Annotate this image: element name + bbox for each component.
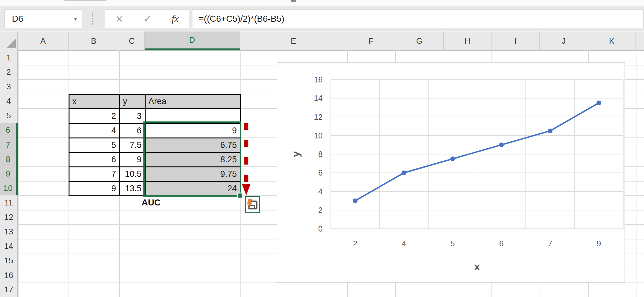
chart-plot: 0246810121416245679xy (277, 63, 625, 282)
column-header-C[interactable]: C (119, 31, 145, 50)
row-header-13[interactable]: 13 (0, 224, 18, 239)
grid-line (18, 283, 644, 283)
svg-text:6: 6 (499, 239, 504, 248)
cell-B6[interactable]: 4 (69, 123, 120, 138)
grid-line (18, 50, 19, 297)
row-header-1[interactable]: 1 (0, 50, 18, 65)
row-header-10[interactable]: 10 (0, 181, 18, 196)
column-header-B[interactable]: B (69, 31, 119, 50)
column-header-J[interactable]: J (540, 31, 588, 50)
cell-B4[interactable]: x (69, 94, 120, 109)
cell-D6[interactable]: 9 (145, 123, 241, 138)
column-header-I[interactable]: I (491, 31, 540, 50)
formula-input[interactable]: =((C6+C5)/2)*(B6-B5) (192, 9, 644, 28)
cell-D9[interactable]: 9.75 (145, 166, 241, 182)
row-header-4[interactable]: 4 (0, 94, 18, 109)
cell-D8[interactable]: 8.25 (145, 152, 241, 167)
cell-C11[interactable]: AUC (124, 195, 178, 210)
xy-line-chart[interactable]: 0246810121416245679xy (277, 62, 625, 283)
cell-B8[interactable]: 6 (69, 152, 120, 167)
row-header-6[interactable]: 6 (0, 123, 18, 138)
svg-text:14: 14 (314, 94, 323, 103)
formula-bar-separator (92, 13, 93, 25)
cell-C4[interactable]: y (119, 94, 146, 109)
row-header-5[interactable]: 5 (0, 108, 18, 123)
cell-B7[interactable]: 5 (69, 137, 120, 153)
grid-line (636, 50, 636, 297)
svg-text:6: 6 (318, 168, 323, 177)
svg-text:2: 2 (318, 206, 323, 215)
cell-C10[interactable]: 13.5 (119, 181, 146, 196)
svg-text:5: 5 (451, 239, 455, 248)
column-header-E[interactable]: E (240, 31, 347, 50)
row-header-9[interactable]: 9 (0, 166, 18, 182)
select-all-button[interactable] (0, 31, 18, 50)
svg-text:0: 0 (318, 224, 323, 233)
svg-text:4: 4 (318, 187, 323, 196)
row-header-16[interactable]: 16 (0, 268, 18, 283)
column-header-K[interactable]: K (588, 31, 636, 50)
cell-C7[interactable]: 7.5 (119, 137, 146, 153)
cell-D4[interactable]: Area (145, 94, 241, 109)
cell-C6[interactable]: 6 (119, 123, 146, 138)
name-box[interactable]: D6 ▾ (4, 9, 82, 28)
cell-B9[interactable]: 7 (69, 166, 120, 182)
cell-D7[interactable]: 6.75 (145, 137, 241, 153)
enter-icon[interactable]: ✓ (143, 13, 152, 25)
ribbon-fragment (64, 0, 106, 1)
column-header-F[interactable]: F (347, 31, 395, 50)
svg-text:8: 8 (318, 150, 323, 159)
cell-C8[interactable]: 9 (119, 152, 146, 167)
row-header-3[interactable]: 3 (0, 79, 18, 94)
cell-C5[interactable]: 3 (119, 108, 146, 124)
cell-B10[interactable]: 9 (69, 181, 120, 196)
row-header-2[interactable]: 2 (0, 65, 18, 80)
column-header-A[interactable]: A (18, 31, 69, 50)
row-header-15[interactable]: 15 (0, 254, 18, 269)
flash-fill-icon (247, 199, 258, 210)
svg-text:16: 16 (314, 75, 323, 84)
row-header-11[interactable]: 11 (0, 195, 18, 210)
formula-bar-buttons: ✕ ✓ fx (105, 9, 189, 28)
excel-window: D6 ▾ ✕ ✓ fx =((C6+C5)/2)*(B6-B5) ABCDEFG… (0, 0, 644, 297)
svg-text:10: 10 (314, 131, 323, 140)
formula-bar: D6 ▾ ✕ ✓ fx =((C6+C5)/2)*(B6-B5) (0, 6, 644, 31)
insert-function-icon[interactable]: fx (172, 13, 179, 25)
row-header-17[interactable]: 17 (0, 283, 18, 297)
svg-text:9: 9 (597, 239, 601, 248)
row-header-14[interactable]: 14 (0, 239, 18, 254)
name-box-dropdown-icon[interactable]: ▾ (74, 16, 82, 22)
fill-down-arrow-annotation (241, 120, 252, 198)
cell-D10[interactable]: 24 (145, 181, 241, 196)
cell-C9[interactable]: 10.5 (119, 166, 146, 182)
name-box-value: D6 (5, 14, 74, 24)
column-header-G[interactable]: G (395, 31, 444, 50)
select-all-triangle-icon (6, 39, 16, 48)
formula-text: =((C6+C5)/2)*(B6-B5) (192, 14, 284, 24)
row-header-12[interactable]: 12 (0, 210, 18, 225)
cell-D5[interactable] (145, 108, 241, 124)
ribbon-fragment (291, 0, 296, 2)
svg-text:2: 2 (353, 239, 358, 248)
row-header-8[interactable]: 8 (0, 152, 18, 167)
cancel-icon[interactable]: ✕ (115, 14, 123, 25)
autofill-options-button[interactable] (245, 196, 260, 213)
ribbon-bottom-edge (0, 0, 644, 6)
svg-text:12: 12 (314, 113, 323, 121)
column-header-D[interactable]: D (145, 31, 240, 50)
column-header-partial[interactable] (636, 31, 644, 50)
svg-text:4: 4 (402, 239, 406, 248)
svg-text:y: y (290, 151, 302, 157)
svg-text:7: 7 (548, 239, 552, 248)
cell-B5[interactable]: 2 (69, 108, 120, 124)
svg-text:x: x (474, 261, 480, 272)
row-header-7[interactable]: 7 (0, 137, 18, 153)
column-header-H[interactable]: H (444, 31, 491, 50)
